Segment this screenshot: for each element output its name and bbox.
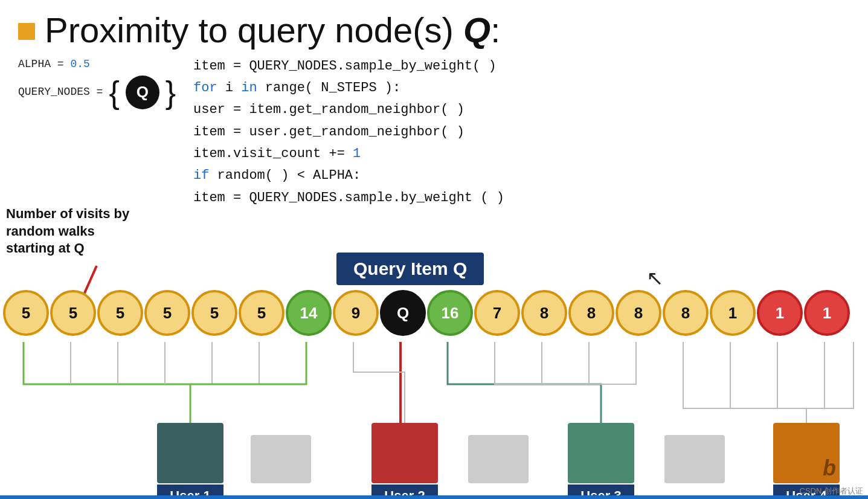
node-circle-13: 8 bbox=[616, 290, 661, 336]
code-line-2: for i in range( N_STEPS ): bbox=[193, 77, 850, 99]
label-area: Number of visits by random walks startin… bbox=[6, 205, 139, 257]
node-circle-12: 8 bbox=[568, 290, 614, 336]
user-2-gray-box bbox=[468, 435, 529, 483]
title-q: Q bbox=[463, 10, 490, 50]
node-circle-1: 5 bbox=[50, 290, 96, 336]
node-circle-11: 8 bbox=[521, 290, 567, 336]
user-3-gray-box bbox=[664, 435, 725, 483]
code-left: ALPHA = ALPHA = 0.50.5 QUERY_NODES = { Q… bbox=[18, 56, 187, 209]
close-brace: } bbox=[166, 77, 176, 108]
node-circle-14: 8 bbox=[663, 290, 709, 336]
title-square-icon bbox=[18, 23, 35, 40]
user-2-block: User 2 bbox=[371, 423, 438, 499]
page-title: Proximity to query node(s) Q: bbox=[45, 11, 500, 50]
code-line-4: item = user.get_random_neighbor( ) bbox=[193, 121, 850, 143]
code-right: item = QUERY_NODES.sample_by_weight( ) f… bbox=[187, 56, 850, 209]
node-circle-5: 5 bbox=[239, 290, 285, 336]
node-circle-3: 5 bbox=[144, 290, 190, 336]
code-line-5: item.visit_count += 1 bbox=[193, 143, 850, 165]
node-circle-15: 1 bbox=[710, 290, 756, 336]
code-line-6: if random( ) < ALPHA: bbox=[193, 165, 850, 187]
node-circle-17: 1 bbox=[804, 290, 850, 336]
node-circle-6: 14 bbox=[286, 290, 332, 336]
user-2-box bbox=[371, 423, 438, 483]
node-circle-4: 5 bbox=[191, 290, 237, 336]
alpha-line: ALPHA = ALPHA = 0.50.5 bbox=[18, 56, 187, 73]
alpha-label: ALPHA = bbox=[18, 58, 70, 70]
bottom-bar bbox=[0, 495, 868, 499]
cursor-icon: ↖ bbox=[646, 266, 663, 290]
user-1-gray-box bbox=[251, 435, 311, 483]
open-brace: { bbox=[109, 77, 119, 108]
code-line-1: item = QUERY_NODES.sample_by_weight( ) bbox=[193, 56, 850, 77]
query-nodes-label: QUERY_NODES = bbox=[18, 83, 103, 101]
nodes-row: 555555149Q1678888111 bbox=[0, 290, 868, 336]
node-circle-8: Q bbox=[380, 290, 426, 336]
query-item-banner: Query Item Q bbox=[336, 253, 484, 285]
q-node-circle: Q bbox=[126, 76, 159, 109]
title-colon: : bbox=[490, 10, 500, 50]
user-1-block: User 1 bbox=[157, 423, 223, 499]
code-section: ALPHA = ALPHA = 0.50.5 QUERY_NODES = { Q… bbox=[0, 50, 868, 209]
node-circle-0: 5 bbox=[3, 290, 49, 336]
node-circle-10: 7 bbox=[474, 290, 520, 336]
user-3-box bbox=[568, 423, 634, 483]
code-line-3: user = item.get_random_neighbor( ) bbox=[193, 99, 850, 121]
query-nodes-line: QUERY_NODES = { Q } bbox=[18, 76, 187, 109]
node-circle-7: 9 bbox=[333, 290, 379, 336]
label-text: Number of visits by random walks startin… bbox=[6, 205, 139, 257]
title-area: Proximity to query node(s) Q: bbox=[0, 0, 868, 50]
code-line-7: item = QUERY_NODES.sample.by_weight ( ) bbox=[193, 187, 850, 209]
user-3-block: User 3 bbox=[568, 423, 634, 499]
user-1-box bbox=[157, 423, 223, 483]
user-4-box: b bbox=[773, 423, 840, 483]
q-node-label: Q bbox=[137, 83, 149, 101]
node-circle-9: 16 bbox=[427, 290, 473, 336]
node-circle-2: 5 bbox=[97, 290, 143, 336]
node-circle-16: 1 bbox=[757, 290, 803, 336]
title-main-text: Proximity to query node(s) bbox=[45, 10, 463, 50]
